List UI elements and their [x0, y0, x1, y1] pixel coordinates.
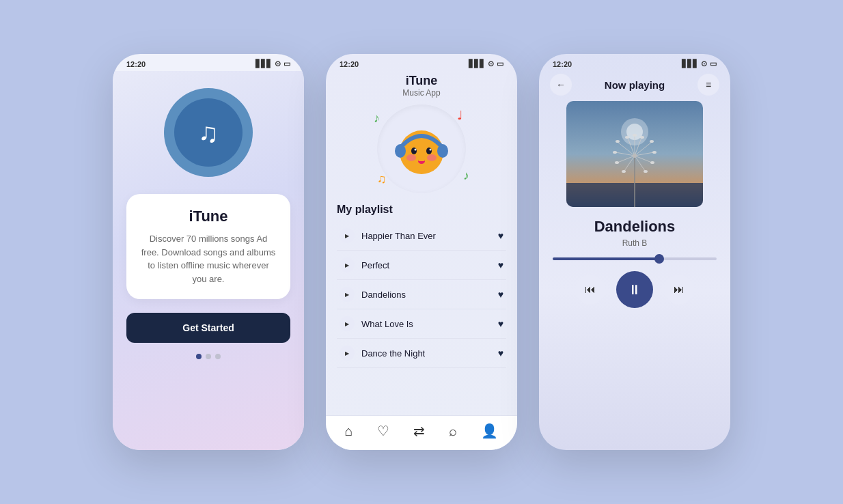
nav-heart[interactable]: ♡: [377, 423, 389, 439]
info-card: iTune Discover 70 millions songs Ad free…: [126, 194, 290, 299]
wifi-icon-3: ⊙: [701, 59, 707, 68]
status-icons-1: ▋▋▋ ⊙ ▭: [255, 59, 290, 68]
wifi-icon-1: ⊙: [275, 59, 281, 68]
progress-bar[interactable]: [553, 257, 717, 260]
play-btn-4[interactable]: ▶: [340, 316, 355, 331]
music-notes-br: ♪: [463, 169, 469, 183]
progress-thumb[interactable]: [654, 254, 664, 264]
svg-point-8: [430, 149, 432, 151]
song-title-4: What Love Is: [361, 319, 498, 329]
svg-point-33: [650, 161, 654, 164]
battery-icon-3: ▭: [710, 59, 717, 68]
status-time-3: 12:20: [553, 60, 572, 68]
outer-ring: ♫: [164, 88, 253, 177]
album-art-svg: [566, 101, 703, 207]
song-title-1: Happier Than Ever: [361, 231, 498, 241]
playlist-item-4[interactable]: ▶ What Love Is ♥: [337, 309, 506, 339]
signal-icon-3: ▋▋▋: [682, 59, 698, 68]
playback-controls: ⏮ ⏸ ⏭: [539, 271, 730, 308]
music-notes-bl: ♫: [377, 172, 387, 186]
svg-point-37: [640, 136, 644, 139]
progress-fill: [553, 257, 659, 260]
play-btn-1[interactable]: ▶: [340, 228, 355, 243]
back-button[interactable]: ←: [550, 74, 572, 96]
heart-3[interactable]: ♥: [498, 289, 503, 300]
svg-point-31: [650, 140, 654, 143]
menu-button[interactable]: ≡: [697, 74, 719, 96]
playlist-title: My playlist: [337, 204, 506, 216]
next-button[interactable]: ⏭: [664, 275, 694, 305]
svg-point-7: [415, 149, 417, 151]
playlist-item-3[interactable]: ▶ Dandelions ♥: [337, 280, 506, 309]
svg-point-1: [395, 144, 406, 158]
bottom-nav: ⌂ ♡ ⇄ ⌕ 👤: [326, 415, 517, 450]
heart-5[interactable]: ♥: [498, 348, 503, 359]
screen1-content: ♫ iTune Discover 70 millions songs Ad fr…: [113, 71, 304, 450]
status-bar-3: 12:20 ▋▋▋ ⊙ ▭: [539, 54, 730, 71]
svg-point-36: [625, 136, 629, 139]
heart-4[interactable]: ♥: [498, 318, 503, 329]
wifi-icon-2: ⊙: [488, 59, 494, 68]
svg-point-2: [437, 144, 448, 158]
prev-button[interactable]: ⏮: [575, 275, 605, 305]
music-logo-container: ♫: [161, 85, 256, 180]
mascot-circle: ♪ ♩: [377, 104, 466, 193]
current-song-title: Dandelions: [539, 218, 730, 236]
svg-point-29: [615, 161, 619, 164]
nav-shuffle[interactable]: ⇄: [413, 423, 425, 439]
screen2-app-subtitle: Music App: [326, 88, 517, 98]
dot-2: [206, 354, 211, 359]
pagination-dots: [196, 354, 221, 359]
album-art-container: [566, 101, 703, 207]
svg-point-28: [613, 151, 617, 154]
play-btn-2[interactable]: ▶: [340, 257, 355, 272]
screen2-header: iTune Music App: [326, 71, 517, 104]
play-btn-3[interactable]: ▶: [340, 287, 355, 302]
heart-1[interactable]: ♥: [498, 230, 503, 241]
nav-home[interactable]: ⌂: [345, 423, 353, 439]
music-notes-tr: ♩: [457, 108, 462, 123]
playlist-item-1[interactable]: ▶ Happier Than Ever ♥: [337, 221, 506, 251]
play-btn-5[interactable]: ▶: [340, 346, 355, 361]
mascot-container: ♪ ♩: [326, 104, 517, 193]
progress-container: [539, 257, 730, 260]
status-time-2: 12:20: [340, 60, 359, 68]
current-song-artist: Ruth B: [539, 238, 730, 248]
signal-icon-1: ▋▋▋: [255, 59, 272, 68]
svg-point-30: [622, 170, 626, 173]
heart-2[interactable]: ♥: [498, 260, 503, 270]
app-description: Discover 70 millions songs Ad free. Down…: [140, 232, 277, 285]
music-note-icon: ♫: [198, 117, 219, 148]
playlist-item-2[interactable]: ▶ Perfect ♥: [337, 251, 506, 280]
signal-icon-2: ▋▋▋: [469, 59, 485, 68]
battery-icon-2: ▭: [497, 59, 503, 68]
phone-screen-1: 12:20 ▋▋▋ ⊙ ▭ ♫ iTune Discover 70 millio…: [113, 54, 304, 450]
get-started-button[interactable]: Get Started: [126, 313, 290, 343]
nav-profile[interactable]: 👤: [481, 423, 498, 439]
svg-point-35: [633, 134, 637, 137]
mascot-svg: [391, 118, 452, 180]
song-title-5: Dance the Night: [361, 348, 498, 359]
song-title-2: Perfect: [361, 260, 498, 270]
playlist-item-5[interactable]: ▶ Dance the Night ♥: [337, 339, 506, 368]
svg-point-4: [427, 154, 437, 161]
app-title: iTune: [140, 208, 277, 225]
music-notes-tl: ♪: [374, 111, 380, 126]
now-playing-header: ← Now playing ≡: [539, 71, 730, 101]
inner-ring: ♫: [174, 98, 243, 167]
song-title-3: Dandelions: [361, 290, 498, 300]
svg-point-5: [411, 148, 417, 154]
dot-3: [215, 354, 221, 359]
svg-point-3: [406, 154, 416, 161]
phone-screen-2: 12:20 ▋▋▋ ⊙ ▭ iTune Music App ♪ ♩: [326, 54, 517, 450]
phone-screen-3: 12:20 ▋▋▋ ⊙ ▭ ← Now playing ≡: [539, 54, 730, 450]
svg-point-6: [426, 148, 432, 154]
screen2-app-name: iTune: [326, 74, 517, 88]
svg-point-38: [633, 154, 637, 158]
status-time-1: 12:20: [126, 60, 146, 68]
status-bar-2: 12:20 ▋▋▋ ⊙ ▭: [326, 54, 517, 71]
status-bar-1: 12:20 ▋▋▋ ⊙ ▭: [113, 54, 304, 71]
status-icons-2: ▋▋▋ ⊙ ▭: [469, 59, 503, 68]
pause-button[interactable]: ⏸: [616, 271, 653, 308]
nav-search[interactable]: ⌕: [449, 423, 457, 439]
